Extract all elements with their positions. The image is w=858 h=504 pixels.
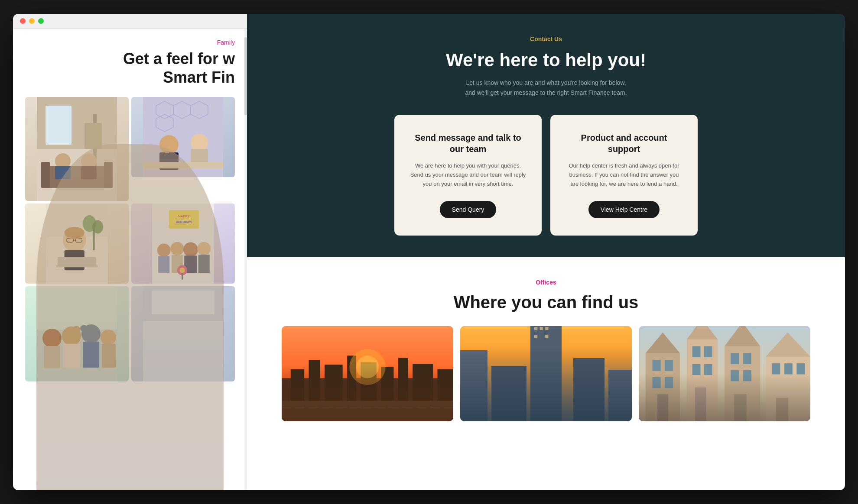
send-message-card: Send message and talk to our team We are… — [394, 115, 542, 235]
svg-rect-123 — [796, 363, 805, 374]
svg-rect-11 — [81, 166, 97, 179]
svg-rect-84 — [530, 326, 562, 421]
svg-rect-78 — [438, 369, 453, 421]
photo-grid: HAPPY BIRTHDAY! — [25, 97, 235, 381]
svg-rect-103 — [665, 377, 673, 388]
svg-rect-81 — [282, 401, 453, 421]
svg-rect-118 — [734, 394, 747, 421]
svg-rect-91 — [608, 370, 632, 421]
svg-rect-95 — [534, 335, 537, 338]
card1-description: We are here to help you with your querie… — [410, 162, 526, 188]
city-photo-sf — [282, 326, 453, 421]
svg-rect-90 — [573, 358, 604, 421]
family-label: Family — [25, 39, 235, 46]
card2-description: Our help center is fresh and always open… — [566, 162, 682, 188]
view-help-centre-button[interactable]: View Help Centre — [588, 201, 660, 218]
svg-rect-104 — [657, 394, 668, 421]
scroll-indicator[interactable] — [244, 29, 247, 490]
svg-rect-5 — [41, 166, 113, 188]
svg-rect-6 — [41, 162, 50, 188]
svg-rect-69 — [282, 378, 453, 421]
svg-rect-122 — [784, 363, 793, 374]
svg-rect-76 — [398, 358, 408, 421]
photo-cell-1 — [25, 97, 129, 201]
send-query-button[interactable]: Send Query — [440, 201, 497, 218]
offices-tag: Offices — [282, 279, 810, 286]
svg-rect-71 — [309, 360, 320, 421]
offices-title: Where you can find us — [282, 293, 810, 312]
offices-section: Offices Where you can find us — [247, 257, 845, 490]
svg-rect-108 — [704, 346, 712, 357]
svg-rect-109 — [692, 364, 701, 375]
contact-title: We're here to help you! — [282, 49, 810, 71]
left-site-content: Family Get a feel for w Smart Fin — [13, 29, 247, 392]
svg-rect-117 — [743, 370, 751, 381]
svg-rect-73 — [347, 355, 356, 421]
svg-rect-107 — [692, 346, 701, 357]
right-panel: Contact Us We're here to help you! Let u… — [247, 14, 845, 490]
svg-rect-88 — [460, 350, 488, 421]
svg-rect-75 — [381, 367, 393, 421]
svg-rect-110 — [704, 364, 712, 375]
svg-rect-77 — [413, 364, 433, 421]
browser-panel: Family Get a feel for w Smart Fin — [13, 14, 247, 490]
svg-rect-101 — [665, 360, 673, 371]
svg-rect-74 — [361, 362, 376, 421]
svg-rect-112 — [725, 346, 760, 421]
browser-dot-minimize[interactable] — [29, 18, 35, 24]
svg-point-21 — [191, 134, 208, 151]
svg-rect-3 — [84, 123, 102, 149]
svg-rect-115 — [743, 353, 751, 364]
svg-point-80 — [356, 355, 379, 378]
svg-rect-116 — [731, 370, 739, 381]
city-photo-amsterdam — [639, 326, 810, 421]
svg-rect-89 — [491, 366, 526, 421]
browser-dot-close[interactable] — [20, 18, 26, 24]
svg-rect-114 — [731, 353, 739, 364]
product-support-card: Product and account support Our help cen… — [550, 115, 698, 235]
svg-rect-7 — [104, 162, 113, 188]
svg-rect-124 — [776, 397, 789, 421]
card2-title: Product and account support — [566, 132, 682, 155]
contact-cards-row: Send message and talk to our team We are… — [282, 115, 810, 235]
contact-subtitle: Let us know who you are and what you're … — [464, 78, 628, 97]
svg-rect-92 — [534, 327, 537, 330]
svg-rect-72 — [325, 365, 343, 421]
svg-point-10 — [81, 153, 97, 169]
svg-rect-96 — [545, 335, 548, 338]
svg-rect-105 — [687, 339, 718, 421]
browser-content: Family Get a feel for w Smart Fin — [13, 29, 247, 490]
svg-rect-9 — [55, 166, 71, 179]
city-photos-row — [282, 326, 810, 421]
svg-rect-68 — [282, 326, 453, 421]
svg-rect-111 — [695, 387, 706, 421]
contact-tag: Contact Us — [282, 36, 810, 42]
browser-dot-maximize[interactable] — [38, 18, 44, 24]
svg-rect-121 — [772, 363, 780, 374]
hero-title: Get a feel for w Smart Fin — [25, 49, 235, 87]
svg-rect-100 — [653, 360, 661, 371]
svg-rect-102 — [653, 377, 661, 388]
svg-rect-94 — [545, 327, 548, 330]
svg-rect-4 — [46, 106, 72, 145]
svg-rect-70 — [291, 369, 304, 421]
card1-title: Send message and talk to our team — [410, 132, 526, 155]
svg-rect-93 — [540, 327, 543, 330]
city-photo-ny — [460, 326, 632, 421]
svg-point-79 — [349, 349, 385, 384]
contact-section: Contact Us We're here to help you! Let u… — [247, 14, 845, 257]
svg-rect-98 — [646, 353, 680, 421]
browser-chrome — [13, 14, 247, 29]
